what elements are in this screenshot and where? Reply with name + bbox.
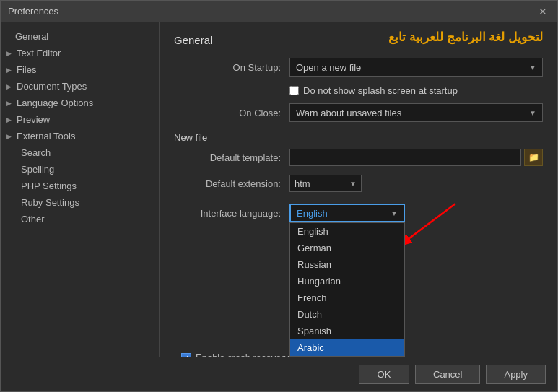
default-template-input[interactable] [289,149,521,166]
browse-folder-button[interactable]: 📁 [524,149,543,166]
arrow-icon: ▶ [6,100,12,107]
default-extension-select[interactable]: htm ▼ [289,175,362,192]
arrow-icon: ▶ [6,66,12,74]
sidebar-item-general[interactable]: General [1,28,159,45]
default-template-control: 📁 [289,149,543,166]
arrow-icon: ▶ [6,83,12,90]
interface-lang-value: English [297,208,328,219]
interface-lang-label: Interface language: [174,208,289,219]
dropdown-arrow-icon: ▼ [349,180,357,188]
default-extension-label: Default extension: [174,178,289,189]
default-extension-value: htm [295,178,310,189]
lang-option-russian[interactable]: Russian [290,256,404,273]
new-file-section-title: New file [174,132,543,143]
interface-lang-control: English ▼ English German Russian Hungari… [289,204,543,222]
document-types-label: Document Types [17,81,87,92]
on-close-label: On Close: [174,108,289,118]
sidebar-item-external-tools[interactable]: ▶ External Tools [1,128,159,144]
apply-button[interactable]: Apply [486,365,546,384]
on-startup-control: Open a new file ▼ [289,58,543,77]
preview-label: Preview [17,114,50,125]
sidebar: General ▶ Text Editor ▶ Files ▶ Document… [1,22,160,357]
sidebar-item-spelling[interactable]: Spelling [1,161,159,178]
cancel-button[interactable]: Cancel [415,365,480,384]
sidebar-item-text-editor[interactable]: ▶ Text Editor [1,45,159,61]
content-area: General ▶ Text Editor ▶ Files ▶ Document… [1,22,557,357]
default-template-row: Default template: 📁 [174,149,543,166]
arrow-icon: ▶ [6,50,12,57]
arrow-icon: ▶ [6,133,12,140]
lang-option-english[interactable]: English [290,223,404,240]
text-editor-label: Text Editor [17,48,61,58]
language-dropdown-list: English German Russian Hungarian French … [289,222,405,357]
ruby-settings-label: Ruby Settings [21,197,79,208]
arabic-text: لتحويل لغة البرنامج للعربية تابع [388,30,543,45]
lang-option-french[interactable]: French [290,289,404,306]
sidebar-item-search[interactable]: Search [1,144,159,161]
ok-button[interactable]: OK [359,365,409,384]
dialog-title: Preferences [8,6,58,17]
folder-icon: 📁 [528,152,539,162]
lang-option-spanish[interactable]: Spanish [290,323,404,339]
interface-lang-select[interactable]: English ▼ [289,204,405,222]
close-button[interactable]: ✕ [536,6,550,17]
on-close-select[interactable]: Warn about unsaved files ▼ [289,103,543,122]
preferences-dialog: Preferences ✕ General ▶ Text Editor ▶ Fi… [0,0,558,392]
files-label: Files [17,64,36,75]
template-input-row: 📁 [289,149,543,166]
on-close-row: On Close: Warn about unsaved files ▼ [174,103,543,122]
sidebar-item-ruby-settings[interactable]: Ruby Settings [1,194,159,211]
on-startup-label: On Startup: [174,62,289,73]
on-startup-value: Open a new file [296,62,361,73]
lang-option-arabic[interactable]: Arabic [290,339,404,356]
external-tools-label: External Tools [17,131,75,141]
lang-dropdown-container: English ▼ English German Russian Hungari… [289,204,405,222]
dropdown-arrow-icon: ▼ [529,109,536,117]
default-template-label: Default template: [174,152,289,163]
on-close-value: Warn about unsaved files [296,108,401,118]
sidebar-item-other[interactable]: Other [1,211,159,227]
default-extension-control: htm ▼ [289,175,543,192]
on-close-control: Warn about unsaved files ▼ [289,103,543,122]
sidebar-item-language-options[interactable]: ▶ Language Options [1,95,159,111]
on-startup-select[interactable]: Open a new file ▼ [289,58,543,77]
sidebar-item-files[interactable]: ▶ Files [1,61,159,78]
no-splash-label: Do not show splash screen at startup [303,85,458,96]
php-settings-label: PHP Settings [21,180,77,191]
on-startup-row: On Startup: Open a new file ▼ [174,58,543,77]
other-label: Other [21,214,45,225]
check-icon: ✓ [183,354,189,357]
lang-option-hungarian[interactable]: Hungarian [290,273,404,289]
dropdown-arrow-icon: ▼ [529,64,536,71]
crash-recovery-checkbox[interactable]: ✓ [181,353,191,357]
language-options-label: Language Options [17,97,93,108]
spelling-label: Spelling [21,164,54,175]
main-panel: General لتحويل لغة البرنامج للعربية تابع… [160,22,557,357]
lang-option-dutch[interactable]: Dutch [290,306,404,323]
arrow-icon: ▶ [6,116,12,123]
interface-lang-row: Interface language: English ▼ English Ge… [174,204,543,222]
crash-recovery-label[interactable]: Enable crash recovery [196,352,289,357]
title-bar: Preferences ✕ [1,1,557,22]
no-splash-checkbox[interactable] [289,86,299,95]
interface-language-section: Interface language: English ▼ English Ge… [174,204,543,222]
svg-line-1 [398,204,455,247]
footer: OK Cancel Apply [1,357,557,391]
sidebar-item-php-settings[interactable]: PHP Settings [1,178,159,194]
sidebar-item-preview[interactable]: ▶ Preview [1,111,159,128]
search-label: Search [21,147,51,158]
sidebar-item-document-types[interactable]: ▶ Document Types [1,78,159,95]
general-label: General [15,31,48,42]
lang-option-german[interactable]: German [290,240,404,256]
default-extension-row: Default extension: htm ▼ [174,175,543,192]
no-splash-row: Do not show splash screen at startup [174,85,543,96]
